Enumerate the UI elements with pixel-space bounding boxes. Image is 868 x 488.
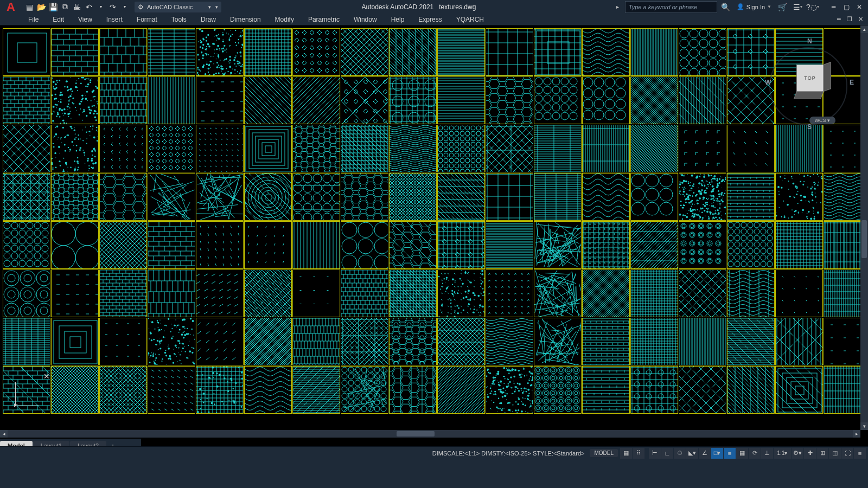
selection-cycling-icon[interactable]: ⟳ xyxy=(749,448,761,459)
svg-point-5134 xyxy=(190,318,192,319)
scroll-right-button[interactable]: ▸ xyxy=(853,430,860,438)
h-scroll-thumb[interactable] xyxy=(397,431,435,436)
scroll-up-button[interactable]: ▴ xyxy=(860,25,868,33)
svg-line-1417 xyxy=(29,160,34,164)
svg-line-319 xyxy=(341,29,363,76)
menu-modify[interactable]: Modify xyxy=(269,15,301,24)
menu-window[interactable]: Window xyxy=(347,15,384,24)
wcs-dropdown[interactable]: WCS ▾ xyxy=(809,117,836,124)
svg-point-678 xyxy=(83,110,85,112)
menu-tools[interactable]: Tools xyxy=(165,15,193,24)
scroll-down-button[interactable]: ▾ xyxy=(860,422,868,430)
workspace-dropdown[interactable]: ⚙ AutoCAD Classic ▾ ▾ xyxy=(135,2,221,12)
menu-edit[interactable]: Edit xyxy=(46,15,71,24)
svg-line-4145 xyxy=(265,270,292,317)
clean-screen-icon[interactable]: ⛶ xyxy=(841,448,853,459)
view-cube[interactable]: TOP N S W E xyxy=(765,32,852,119)
ucs-icon[interactable]: ✕ xyxy=(11,378,43,410)
viewcube-west[interactable]: W xyxy=(765,79,771,86)
svg-line-2204 xyxy=(10,187,13,190)
svg-line-4153 xyxy=(286,270,292,317)
isolate-objects-icon[interactable]: ◫ xyxy=(829,448,841,459)
v-scroll-thumb[interactable] xyxy=(861,220,867,258)
osnap-icon[interactable]: □▾ xyxy=(711,448,723,459)
isodraft-icon[interactable]: ◣▾ xyxy=(686,448,698,459)
lineweight-icon[interactable]: ≡ xyxy=(724,448,736,459)
annotation-monitor-icon[interactable]: ✚ xyxy=(804,448,816,459)
svg-line-4377 xyxy=(390,270,416,317)
doc-close-button[interactable]: ✕ xyxy=(855,15,866,24)
viewcube-south[interactable]: S xyxy=(807,123,812,131)
svg-point-1537 xyxy=(77,170,78,171)
ortho-icon[interactable]: ∟ xyxy=(661,448,673,459)
workspace-switch-icon[interactable]: ⚙▾ xyxy=(792,448,803,459)
svg-point-750 xyxy=(57,113,59,115)
svg-line-6312 xyxy=(295,367,340,414)
scroll-left-button[interactable]: ◂ xyxy=(0,430,8,438)
svg-point-3134 xyxy=(810,188,812,189)
search-icon[interactable]: 🔍 xyxy=(719,1,732,14)
play-icon[interactable]: ▸ xyxy=(616,4,623,10)
new-icon[interactable]: ▤ xyxy=(24,2,35,12)
viewcube-top-face[interactable]: TOP xyxy=(796,65,824,92)
viewcube-east[interactable]: E xyxy=(850,79,854,86)
undo-dropdown-icon[interactable]: ▾ xyxy=(95,2,106,12)
svg-point-4438 xyxy=(465,271,466,272)
menu-insert[interactable]: Insert xyxy=(100,15,129,24)
menu-draw[interactable]: Draw xyxy=(194,15,222,24)
horizontal-scrollbar[interactable]: ◂ ▸ xyxy=(0,430,860,438)
transparency-icon[interactable]: ▦ xyxy=(736,448,748,459)
signin-button[interactable]: 👤 Sign In ▼ xyxy=(735,3,774,10)
menu-express[interactable]: Express xyxy=(412,15,448,24)
menu-format[interactable]: Format xyxy=(130,15,164,24)
print-icon[interactable]: 🖶 xyxy=(72,2,82,12)
maximize-button[interactable]: ▢ xyxy=(840,1,853,14)
minimize-button[interactable]: ━ xyxy=(827,1,840,14)
svg-rect-1720 xyxy=(265,146,272,152)
save-icon[interactable]: 💾 xyxy=(48,2,59,12)
menu-dimension[interactable]: Dimension xyxy=(224,15,267,24)
saveas-icon[interactable]: ⧉ xyxy=(60,2,71,12)
dynamic-ucs-icon[interactable]: ⊥ xyxy=(761,448,773,459)
menu-view[interactable]: View xyxy=(72,15,99,24)
menu-yqarch[interactable]: YQARCH xyxy=(450,15,490,24)
menu-file[interactable]: File xyxy=(22,15,45,24)
svg-point-5515 xyxy=(407,323,411,327)
app-exchange-icon[interactable]: ☰▾ xyxy=(791,1,804,14)
customize-status-icon[interactable]: ≡ xyxy=(854,448,866,459)
doc-restore-button[interactable]: ❐ xyxy=(844,15,855,24)
svg-point-3779 xyxy=(767,235,773,241)
doc-minimize-button[interactable]: ━ xyxy=(833,15,844,24)
redo-icon[interactable]: ↷ xyxy=(107,2,118,12)
app-logo[interactable]: A xyxy=(0,0,22,14)
menu-help[interactable]: Help xyxy=(385,15,411,24)
close-button[interactable]: ✕ xyxy=(853,1,866,14)
drawing-canvas[interactable]: TOP N S W E WCS ▾ ✕ ◂ ▸ ▴ ▾ Model Layout… xyxy=(0,25,868,459)
svg-point-130 xyxy=(217,45,219,47)
undo-icon[interactable]: ↶ xyxy=(84,2,94,12)
ucs-close-icon[interactable]: ✕ xyxy=(43,372,50,381)
vertical-scrollbar[interactable]: ▴ ▾ xyxy=(860,25,868,430)
osnap-tracking-icon[interactable]: ∠ xyxy=(699,448,711,459)
svg-line-1136 xyxy=(637,77,678,124)
svg-point-6217 xyxy=(207,399,208,399)
annotation-scale[interactable]: 1:1▾ xyxy=(774,448,791,459)
infer-constraints-icon[interactable]: ⊢ xyxy=(649,448,661,459)
svg-line-1271 xyxy=(738,110,744,115)
help-icon[interactable]: ?◌▾ xyxy=(806,1,819,14)
svg-line-4831 xyxy=(679,278,683,281)
hardware-accel-icon[interactable]: ⊞ xyxy=(816,448,828,459)
polar-icon[interactable]: ⦵ xyxy=(674,448,686,459)
svg-line-2281 xyxy=(49,200,50,203)
cart-icon[interactable]: 🛒 xyxy=(776,1,789,14)
snap-toggle-icon[interactable]: ⠿ xyxy=(633,448,644,459)
grid-toggle-icon[interactable]: ▦ xyxy=(620,448,632,459)
redo-dropdown-icon[interactable]: ▾ xyxy=(119,2,130,12)
menu-parametric[interactable]: Parametric xyxy=(302,15,346,24)
viewcube-north[interactable]: N xyxy=(807,37,812,45)
search-input[interactable]: Type a keyword or phrase xyxy=(625,1,717,13)
svg-line-4645 xyxy=(502,312,503,314)
open-icon[interactable]: 📂 xyxy=(36,2,47,12)
status-model-badge[interactable]: MODEL xyxy=(590,449,618,457)
svg-line-4905 xyxy=(698,297,702,300)
